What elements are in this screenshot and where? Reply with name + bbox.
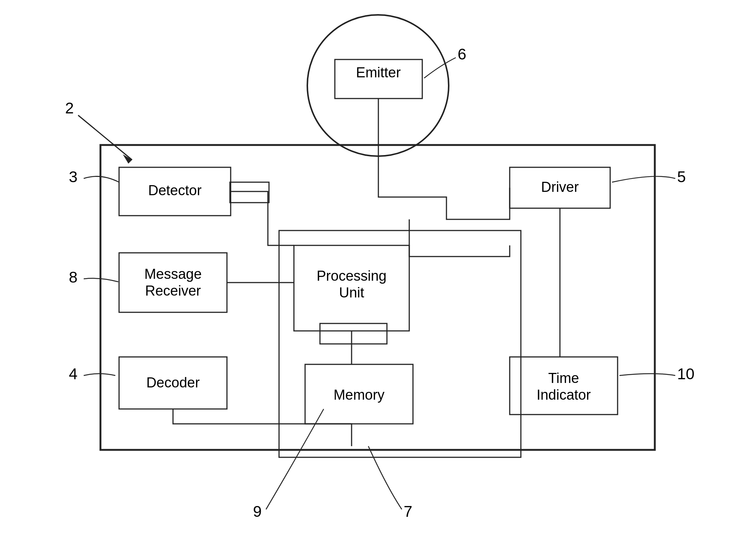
detector-label: Detector — [148, 183, 202, 198]
message-receiver-label-2: Receiver — [145, 283, 201, 299]
ref-5: 5 — [677, 168, 686, 186]
ref5-curve — [612, 176, 675, 182]
memory-label: Memory — [333, 387, 384, 403]
ref-9: 9 — [253, 503, 262, 520]
pu-bottom-bracket — [320, 323, 387, 344]
ref6-curve — [424, 58, 456, 78]
ref7-curve — [368, 446, 402, 509]
decoder-to-pu-line — [173, 409, 352, 446]
ref-2: 2 — [65, 99, 74, 117]
ref-3: 3 — [69, 168, 77, 186]
ref-10: 10 — [677, 365, 695, 383]
ref10-curve — [619, 374, 675, 376]
message-receiver-label-1: Message — [144, 266, 202, 282]
pu-to-driver-bracket — [409, 219, 510, 257]
ref-6: 6 — [458, 45, 466, 63]
processing-unit-label-2: Unit — [339, 285, 364, 300]
ref-8: 8 — [69, 268, 77, 286]
processing-unit-label-1: Processing — [317, 268, 387, 284]
ref-4: 4 — [69, 365, 77, 383]
emitter-label: Emitter — [356, 65, 401, 80]
decoder-label: Decoder — [146, 375, 200, 390]
time-indicator-label-2: Indicator — [536, 387, 591, 403]
diagram-container: Emitter Detector Driver Processing Unit … — [0, 0, 756, 551]
driver-label: Driver — [541, 179, 579, 195]
detector-to-pu-line — [231, 191, 294, 245]
pu-to-driver-top-line — [378, 175, 510, 219]
ref2-line — [78, 115, 132, 160]
detector-corner-box — [230, 182, 269, 203]
ref-7: 7 — [404, 503, 412, 520]
time-indicator-label-1: Time — [548, 370, 579, 386]
message-receiver-box — [119, 253, 227, 312]
